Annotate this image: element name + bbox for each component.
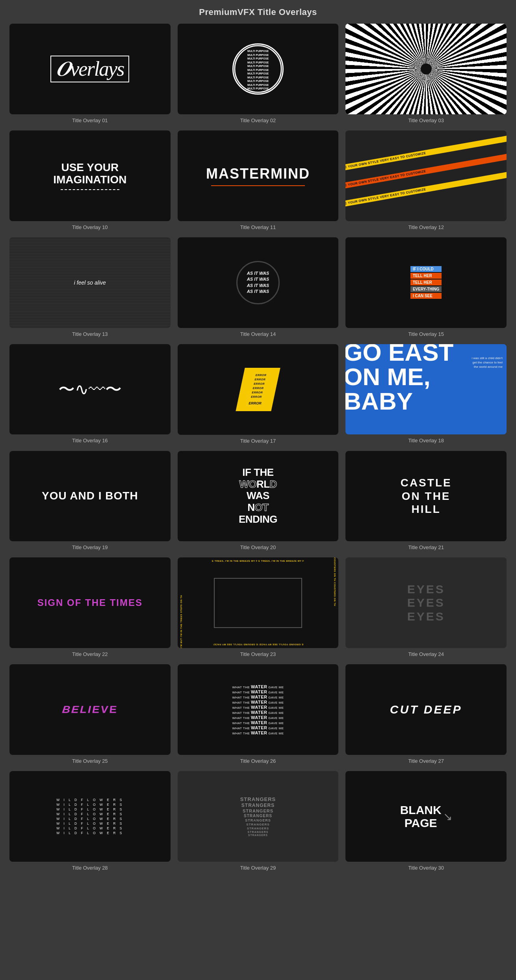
card-label-25: Title Overlay 25 <box>72 758 108 764</box>
card-label-15: Title Overlay 15 <box>408 331 444 337</box>
thumbnail-20: IF THEWORLDWASNOTENDING <box>178 451 339 542</box>
overlay-24-visual: EYESEYESEYES <box>407 583 445 624</box>
overlay-23-visual <box>214 578 303 628</box>
overlay-28-visual: W I L D F L O W E R S W I L D F L O W E … <box>56 798 123 835</box>
card-15[interactable]: IF I COULD TELL HER TELL HER EVERY-THING… <box>345 237 507 337</box>
svg-text:MULTI PURPOSE: MULTI PURPOSE <box>247 72 269 75</box>
overlay-20-visual: IF THEWORLDWASNOTENDING <box>239 467 277 525</box>
overlay-29-visual: STRANGERS STRANGERS STRANGERS STRANGERS … <box>240 796 276 837</box>
thumbnail-19: YOU AND I BOTH <box>9 451 171 542</box>
card-label-12: Title Overlay 12 <box>408 224 444 230</box>
thumbnail-11: MASTERMIND <box>178 130 339 221</box>
card-label-01: Title Overlay 01 <box>72 117 108 123</box>
overlay-01-visual: 𝑶verlays <box>50 56 129 82</box>
thumbnail-26: WHAT THE WATER GAVE ME WHAT THE WATER GA… <box>178 664 339 755</box>
overlay-25-visual: BELIEVE <box>61 704 119 716</box>
card-label-24: Title Overlay 24 <box>408 651 444 657</box>
card-22[interactable]: SIGN OF THE TIMES Title Overlay 22 <box>9 557 171 657</box>
thumbnail-01: 𝑶verlays <box>9 24 171 114</box>
overlay-16-visual: 〜∿〰〜 <box>58 378 122 401</box>
overlay-26-visual: WHAT THE WATER GAVE ME WHAT THE WATER GA… <box>230 683 285 737</box>
card-label-26: Title Overlay 26 <box>240 758 276 764</box>
card-label-11: Title Overlay 11 <box>240 224 276 230</box>
thumbnail-29: STRANGERS STRANGERS STRANGERS STRANGERS … <box>178 771 339 862</box>
thumbnail-23: E TREES, I'M IN THE BREEZE MY F E TREES,… <box>178 557 339 648</box>
thumbnail-16: 〜∿〰〜 <box>9 344 171 435</box>
card-17[interactable]: ERROR ERROR ERROR ERROR ERROR ERROR ERRO… <box>178 344 339 444</box>
card-label-10: Title Overlay 10 <box>72 224 108 230</box>
thumbnail-13: i feel so alive <box>9 237 171 328</box>
card-19[interactable]: YOU AND I BOTH Title Overlay 19 <box>9 451 171 551</box>
page-title: PremiumVFX Title Overlays <box>0 0 516 24</box>
card-label-23: Title Overlay 23 <box>240 651 276 657</box>
card-label-19: Title Overlay 19 <box>72 544 108 550</box>
card-label-20: Title Overlay 20 <box>240 544 276 550</box>
svg-text:MULTI PURPOSE: MULTI PURPOSE <box>247 84 269 86</box>
card-24[interactable]: EYESEYESEYES Title Overlay 24 <box>345 557 507 657</box>
overlay-02-visual: MULTI PURPOSE MULTI PURPOSE MULTI PURPOS… <box>232 43 284 95</box>
card-13[interactable]: i feel so alive Title Overlay 13 <box>9 237 171 337</box>
thumbnail-24: EYESEYESEYES <box>345 557 507 648</box>
thumbnail-21: CASTLEON THEHILL <box>345 451 507 542</box>
overlay-15-visual: IF I COULD TELL HER TELL HER EVERY-THING… <box>410 266 442 299</box>
svg-text:MULTI PURPOSE: MULTI PURPOSE <box>247 54 269 56</box>
card-label-27: Title Overlay 27 <box>408 758 444 764</box>
card-20[interactable]: IF THEWORLDWASNOTENDING Title Overlay 20 <box>178 451 339 551</box>
card-28[interactable]: W I L D F L O W E R S W I L D F L O W E … <box>9 771 171 871</box>
card-27[interactable]: CUT DEEP Title Overlay 27 <box>345 664 507 764</box>
overlay-19-visual: YOU AND I BOTH <box>42 490 138 502</box>
card-label-14: Title Overlay 14 <box>240 331 276 337</box>
thumbnail-12: CREATE YOUR OWN STYLE VERY EASY TO CUSTO… <box>345 130 507 221</box>
svg-text:MULTI PURPOSE: MULTI PURPOSE <box>247 61 269 64</box>
card-23[interactable]: E TREES, I'M IN THE BREEZE MY F E TREES,… <box>178 557 339 657</box>
thumbnail-28: W I L D F L O W E R S W I L D F L O W E … <box>9 771 171 862</box>
svg-text:MULTI PURPOSE: MULTI PURPOSE <box>247 69 269 71</box>
thumbnail-17: ERROR ERROR ERROR ERROR ERROR ERROR ERRO… <box>178 344 339 435</box>
card-30[interactable]: BLANKPAGE ↘ Title Overlay 30 <box>345 771 507 871</box>
overlay-13-visual: i feel so alive <box>74 279 106 286</box>
svg-text:MULTI PURPOSE: MULTI PURPOSE <box>247 80 269 82</box>
svg-text:MULTI PURPOSE: MULTI PURPOSE <box>247 50 269 52</box>
card-label-16: Title Overlay 16 <box>72 438 108 443</box>
thumbnail-18: GO EASTON ME,BABY i was still a child di… <box>345 344 507 435</box>
card-29[interactable]: STRANGERS STRANGERS STRANGERS STRANGERS … <box>178 771 339 871</box>
card-14[interactable]: AS IT WASAS IT WASAS IT WASAS IT WAS Tit… <box>178 237 339 337</box>
card-21[interactable]: CASTLEON THEHILL Title Overlay 21 <box>345 451 507 551</box>
card-label-29: Title Overlay 29 <box>240 865 276 871</box>
overlay-18-sub: i was still a child didn't get the chanc… <box>471 356 503 369</box>
overlay-30-visual: BLANKPAGE ↘ <box>400 803 452 829</box>
svg-text:MULTI PURPOSE: MULTI PURPOSE <box>247 65 269 67</box>
card-label-21: Title Overlay 21 <box>408 544 444 550</box>
thumbnail-30: BLANKPAGE ↘ <box>345 771 507 862</box>
overlay-11-visual: MASTERMIND <box>206 166 310 182</box>
thumbnail-02: MULTI PURPOSE MULTI PURPOSE MULTI PURPOS… <box>178 24 339 114</box>
overlay-22-visual: SIGN OF THE TIMES <box>37 597 143 608</box>
card-label-02: Title Overlay 02 <box>240 117 276 123</box>
card-label-03: Title Overlay 03 <box>408 117 444 123</box>
card-label-18: Title Overlay 18 <box>408 438 444 443</box>
card-02[interactable]: MULTI PURPOSE MULTI PURPOSE MULTI PURPOS… <box>178 24 339 123</box>
card-03[interactable]: Title Overlay 03 <box>345 24 507 123</box>
card-16[interactable]: 〜∿〰〜 Title Overlay 16 <box>9 344 171 444</box>
card-10[interactable]: USE YOURIMAGINATION Title Overlay 10 <box>9 130 171 230</box>
card-11[interactable]: MASTERMIND Title Overlay 11 <box>178 130 339 230</box>
thumbnail-14: AS IT WASAS IT WASAS IT WASAS IT WAS <box>178 237 339 328</box>
card-label-13: Title Overlay 13 <box>72 331 108 337</box>
card-01[interactable]: 𝑶verlays Title Overlay 01 <box>9 24 171 123</box>
thumbnail-03 <box>345 24 507 114</box>
overlay-21-visual: CASTLEON THEHILL <box>401 476 452 516</box>
card-12[interactable]: CREATE YOUR OWN STYLE VERY EASY TO CUSTO… <box>345 130 507 230</box>
thumbnail-27: CUT DEEP <box>345 664 507 755</box>
overlay-10-visual: USE YOURIMAGINATION <box>53 162 126 186</box>
thumbnail-15: IF I COULD TELL HER TELL HER EVERY-THING… <box>345 237 507 328</box>
card-label-30: Title Overlay 30 <box>408 865 444 871</box>
svg-text:MULTI PURPOSE: MULTI PURPOSE <box>247 87 269 90</box>
card-label-28: Title Overlay 28 <box>72 865 108 871</box>
svg-text:MULTI PURPOSE: MULTI PURPOSE <box>247 76 269 79</box>
card-26[interactable]: WHAT THE WATER GAVE ME WHAT THE WATER GA… <box>178 664 339 764</box>
card-25[interactable]: BELIEVE Title Overlay 25 <box>9 664 171 764</box>
card-18[interactable]: GO EASTON ME,BABY i was still a child di… <box>345 344 507 444</box>
svg-text:MULTI PURPOSE: MULTI PURPOSE <box>247 57 269 60</box>
card-grid: 𝑶verlays Title Overlay 01 MULTI PURPOSE … <box>0 24 516 883</box>
overlay-14-visual: AS IT WASAS IT WASAS IT WASAS IT WAS <box>236 261 280 304</box>
